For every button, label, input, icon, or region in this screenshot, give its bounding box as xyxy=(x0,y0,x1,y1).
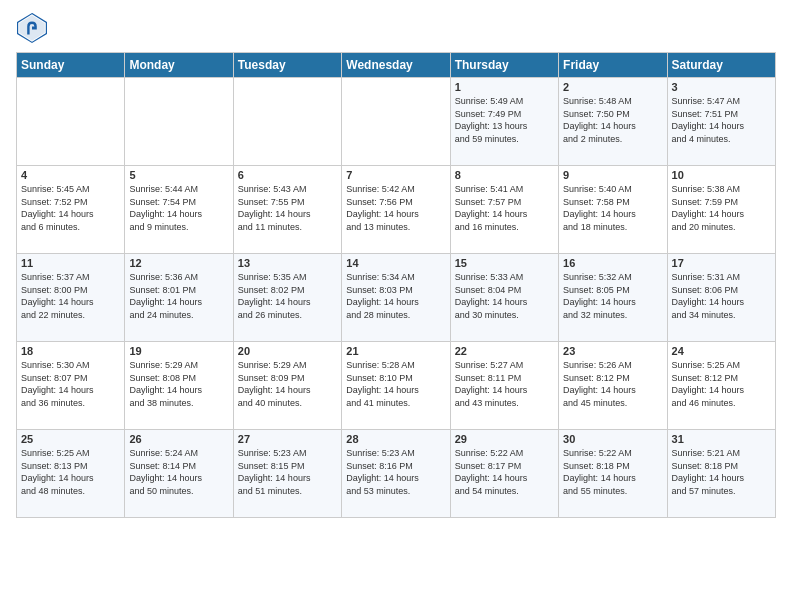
header-tuesday: Tuesday xyxy=(233,53,341,78)
day-number: 26 xyxy=(129,433,228,445)
day-info: Sunrise: 5:34 AM Sunset: 8:03 PM Dayligh… xyxy=(346,271,445,321)
calendar-cell: 13Sunrise: 5:35 AM Sunset: 8:02 PM Dayli… xyxy=(233,254,341,342)
day-info: Sunrise: 5:45 AM Sunset: 7:52 PM Dayligh… xyxy=(21,183,120,233)
calendar-cell: 19Sunrise: 5:29 AM Sunset: 8:08 PM Dayli… xyxy=(125,342,233,430)
day-info: Sunrise: 5:41 AM Sunset: 7:57 PM Dayligh… xyxy=(455,183,554,233)
day-info: Sunrise: 5:32 AM Sunset: 8:05 PM Dayligh… xyxy=(563,271,662,321)
calendar-cell xyxy=(17,78,125,166)
day-info: Sunrise: 5:43 AM Sunset: 7:55 PM Dayligh… xyxy=(238,183,337,233)
calendar-cell: 30Sunrise: 5:22 AM Sunset: 8:18 PM Dayli… xyxy=(559,430,667,518)
calendar-cell: 4Sunrise: 5:45 AM Sunset: 7:52 PM Daylig… xyxy=(17,166,125,254)
day-number: 27 xyxy=(238,433,337,445)
calendar-cell: 21Sunrise: 5:28 AM Sunset: 8:10 PM Dayli… xyxy=(342,342,450,430)
calendar-cell: 1Sunrise: 5:49 AM Sunset: 7:49 PM Daylig… xyxy=(450,78,558,166)
day-info: Sunrise: 5:23 AM Sunset: 8:15 PM Dayligh… xyxy=(238,447,337,497)
day-info: Sunrise: 5:23 AM Sunset: 8:16 PM Dayligh… xyxy=(346,447,445,497)
calendar-cell: 14Sunrise: 5:34 AM Sunset: 8:03 PM Dayli… xyxy=(342,254,450,342)
calendar-cell: 11Sunrise: 5:37 AM Sunset: 8:00 PM Dayli… xyxy=(17,254,125,342)
day-number: 9 xyxy=(563,169,662,181)
calendar-cell: 22Sunrise: 5:27 AM Sunset: 8:11 PM Dayli… xyxy=(450,342,558,430)
day-number: 17 xyxy=(672,257,771,269)
day-number: 20 xyxy=(238,345,337,357)
calendar-cell: 29Sunrise: 5:22 AM Sunset: 8:17 PM Dayli… xyxy=(450,430,558,518)
day-info: Sunrise: 5:42 AM Sunset: 7:56 PM Dayligh… xyxy=(346,183,445,233)
day-number: 22 xyxy=(455,345,554,357)
logo xyxy=(16,12,52,44)
calendar-cell: 17Sunrise: 5:31 AM Sunset: 8:06 PM Dayli… xyxy=(667,254,775,342)
day-number: 10 xyxy=(672,169,771,181)
day-info: Sunrise: 5:29 AM Sunset: 8:08 PM Dayligh… xyxy=(129,359,228,409)
day-info: Sunrise: 5:29 AM Sunset: 8:09 PM Dayligh… xyxy=(238,359,337,409)
day-info: Sunrise: 5:25 AM Sunset: 8:12 PM Dayligh… xyxy=(672,359,771,409)
day-info: Sunrise: 5:44 AM Sunset: 7:54 PM Dayligh… xyxy=(129,183,228,233)
day-number: 4 xyxy=(21,169,120,181)
day-number: 13 xyxy=(238,257,337,269)
day-number: 19 xyxy=(129,345,228,357)
day-number: 23 xyxy=(563,345,662,357)
day-info: Sunrise: 5:26 AM Sunset: 8:12 PM Dayligh… xyxy=(563,359,662,409)
header-monday: Monday xyxy=(125,53,233,78)
day-number: 31 xyxy=(672,433,771,445)
day-info: Sunrise: 5:35 AM Sunset: 8:02 PM Dayligh… xyxy=(238,271,337,321)
day-info: Sunrise: 5:40 AM Sunset: 7:58 PM Dayligh… xyxy=(563,183,662,233)
calendar-cell: 26Sunrise: 5:24 AM Sunset: 8:14 PM Dayli… xyxy=(125,430,233,518)
day-number: 18 xyxy=(21,345,120,357)
calendar-cell: 10Sunrise: 5:38 AM Sunset: 7:59 PM Dayli… xyxy=(667,166,775,254)
calendar-week-row: 1Sunrise: 5:49 AM Sunset: 7:49 PM Daylig… xyxy=(17,78,776,166)
day-number: 21 xyxy=(346,345,445,357)
header-wednesday: Wednesday xyxy=(342,53,450,78)
day-number: 2 xyxy=(563,81,662,93)
calendar-week-row: 11Sunrise: 5:37 AM Sunset: 8:00 PM Dayli… xyxy=(17,254,776,342)
calendar-cell: 23Sunrise: 5:26 AM Sunset: 8:12 PM Dayli… xyxy=(559,342,667,430)
calendar-cell: 3Sunrise: 5:47 AM Sunset: 7:51 PM Daylig… xyxy=(667,78,775,166)
calendar-table: Sunday Monday Tuesday Wednesday Thursday… xyxy=(16,52,776,518)
header-thursday: Thursday xyxy=(450,53,558,78)
calendar-cell: 6Sunrise: 5:43 AM Sunset: 7:55 PM Daylig… xyxy=(233,166,341,254)
day-number: 1 xyxy=(455,81,554,93)
calendar-week-row: 4Sunrise: 5:45 AM Sunset: 7:52 PM Daylig… xyxy=(17,166,776,254)
calendar-cell: 25Sunrise: 5:25 AM Sunset: 8:13 PM Dayli… xyxy=(17,430,125,518)
calendar-cell: 12Sunrise: 5:36 AM Sunset: 8:01 PM Dayli… xyxy=(125,254,233,342)
calendar-cell: 24Sunrise: 5:25 AM Sunset: 8:12 PM Dayli… xyxy=(667,342,775,430)
day-info: Sunrise: 5:48 AM Sunset: 7:50 PM Dayligh… xyxy=(563,95,662,145)
calendar-cell: 28Sunrise: 5:23 AM Sunset: 8:16 PM Dayli… xyxy=(342,430,450,518)
day-info: Sunrise: 5:38 AM Sunset: 7:59 PM Dayligh… xyxy=(672,183,771,233)
calendar-cell xyxy=(342,78,450,166)
day-info: Sunrise: 5:28 AM Sunset: 8:10 PM Dayligh… xyxy=(346,359,445,409)
header-saturday: Saturday xyxy=(667,53,775,78)
day-number: 30 xyxy=(563,433,662,445)
day-info: Sunrise: 5:22 AM Sunset: 8:17 PM Dayligh… xyxy=(455,447,554,497)
calendar-cell: 15Sunrise: 5:33 AM Sunset: 8:04 PM Dayli… xyxy=(450,254,558,342)
calendar-cell: 16Sunrise: 5:32 AM Sunset: 8:05 PM Dayli… xyxy=(559,254,667,342)
calendar-cell: 31Sunrise: 5:21 AM Sunset: 8:18 PM Dayli… xyxy=(667,430,775,518)
day-number: 25 xyxy=(21,433,120,445)
day-info: Sunrise: 5:31 AM Sunset: 8:06 PM Dayligh… xyxy=(672,271,771,321)
day-number: 16 xyxy=(563,257,662,269)
calendar-cell: 20Sunrise: 5:29 AM Sunset: 8:09 PM Dayli… xyxy=(233,342,341,430)
day-info: Sunrise: 5:36 AM Sunset: 8:01 PM Dayligh… xyxy=(129,271,228,321)
calendar-cell: 18Sunrise: 5:30 AM Sunset: 8:07 PM Dayli… xyxy=(17,342,125,430)
header-sunday: Sunday xyxy=(17,53,125,78)
day-number: 8 xyxy=(455,169,554,181)
calendar-header-row: Sunday Monday Tuesday Wednesday Thursday… xyxy=(17,53,776,78)
day-number: 3 xyxy=(672,81,771,93)
day-number: 29 xyxy=(455,433,554,445)
day-number: 15 xyxy=(455,257,554,269)
header xyxy=(16,12,776,44)
calendar-cell: 9Sunrise: 5:40 AM Sunset: 7:58 PM Daylig… xyxy=(559,166,667,254)
calendar-cell: 5Sunrise: 5:44 AM Sunset: 7:54 PM Daylig… xyxy=(125,166,233,254)
day-info: Sunrise: 5:27 AM Sunset: 8:11 PM Dayligh… xyxy=(455,359,554,409)
day-number: 28 xyxy=(346,433,445,445)
calendar-cell: 8Sunrise: 5:41 AM Sunset: 7:57 PM Daylig… xyxy=(450,166,558,254)
day-number: 14 xyxy=(346,257,445,269)
day-number: 11 xyxy=(21,257,120,269)
calendar-cell: 7Sunrise: 5:42 AM Sunset: 7:56 PM Daylig… xyxy=(342,166,450,254)
calendar-cell xyxy=(233,78,341,166)
day-info: Sunrise: 5:47 AM Sunset: 7:51 PM Dayligh… xyxy=(672,95,771,145)
day-number: 7 xyxy=(346,169,445,181)
calendar-cell: 2Sunrise: 5:48 AM Sunset: 7:50 PM Daylig… xyxy=(559,78,667,166)
day-number: 24 xyxy=(672,345,771,357)
day-info: Sunrise: 5:25 AM Sunset: 8:13 PM Dayligh… xyxy=(21,447,120,497)
day-info: Sunrise: 5:49 AM Sunset: 7:49 PM Dayligh… xyxy=(455,95,554,145)
calendar-week-row: 25Sunrise: 5:25 AM Sunset: 8:13 PM Dayli… xyxy=(17,430,776,518)
